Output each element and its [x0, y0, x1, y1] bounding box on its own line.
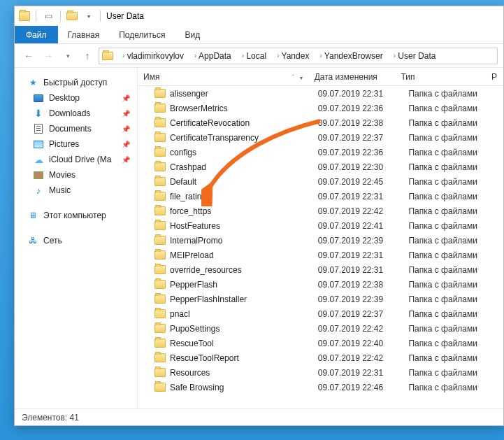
column-header-date[interactable]: Дата изменения [309, 68, 396, 85]
file-date: 09.07.2019 22:36 [318, 148, 409, 157]
breadcrumb-segment[interactable]: › vladimirkovylov [115, 48, 187, 64]
sidebar-network[interactable]: 🖧 Сеть [15, 233, 137, 248]
folder-row[interactable]: RescueToolReport09.07.2019 22:42Папка с … [138, 350, 503, 365]
folder-icon [154, 148, 166, 157]
pin-icon: 📌 [122, 94, 130, 102]
file-name: RescueTool [170, 339, 214, 348]
sidebar-this-pc[interactable]: 🖥 Этот компьютер [15, 208, 137, 223]
qat-dropdown-icon[interactable] [82, 10, 94, 22]
folder-icon [154, 280, 166, 289]
nav-back-button[interactable]: ← [20, 48, 37, 64]
column-dropdown-icon[interactable] [294, 72, 303, 82]
menu-tab[interactable]: Поделиться [109, 26, 175, 43]
sidebar-item[interactable]: ♪Music [15, 183, 137, 198]
column-header-type[interactable]: Тип [396, 68, 486, 85]
file-name: HostFeatures [170, 221, 220, 231]
file-name: InternalPromo [170, 236, 222, 246]
breadcrumb-segment[interactable]: › YandexBrowser [312, 48, 385, 64]
file-type: Папка с файлами [408, 192, 503, 201]
file-type: Папка с файлами [408, 221, 503, 231]
sidebar-item[interactable]: Movies [15, 167, 137, 183]
sort-asc-icon: ˆ [236, 73, 294, 80]
folder-row[interactable]: Default09.07.2019 22:45Папка с файлами [138, 174, 503, 189]
folder-row[interactable]: file_rating09.07.2019 22:31Папка с файла… [138, 189, 503, 204]
folder-row[interactable]: HostFeatures09.07.2019 22:41Папка с файл… [138, 218, 503, 233]
file-date: 09.07.2019 22:31 [318, 368, 409, 378]
file-date: 09.07.2019 22:39 [318, 236, 409, 246]
column-label: Р [491, 72, 497, 82]
picture-icon [33, 139, 44, 150]
file-list[interactable]: alissenger09.07.2019 22:31Папка с файлам… [138, 86, 503, 409]
file-type: Папка с файлами [408, 309, 503, 319]
file-name: configs [170, 148, 196, 157]
nav-up-button[interactable]: ↑ [79, 48, 96, 64]
folder-row[interactable]: Crashpad09.07.2019 22:30Папка с файлами [138, 159, 503, 174]
explorer-body: ★ Быстрый доступ Desktop📌⬇Downloads📌Docu… [15, 68, 503, 409]
qat-properties-icon[interactable]: ▭ [42, 10, 55, 22]
folder-row[interactable]: Resources09.07.2019 22:31Папка с файлами [138, 365, 503, 380]
folder-row[interactable]: CertificateRevocation09.07.2019 22:38Пап… [138, 115, 503, 130]
file-date: 09.07.2019 22:42 [318, 206, 409, 216]
folder-row[interactable]: MEIPreload09.07.2019 22:31Папка с файлам… [138, 248, 503, 262]
file-date: 09.07.2019 22:38 [318, 118, 409, 128]
breadcrumb-segment[interactable]: › User Data [386, 48, 439, 64]
nav-forward-button[interactable]: → [40, 48, 57, 64]
sidebar-label: Этот компьютер [43, 211, 106, 220]
sidebar-item[interactable]: ⬇Downloads📌 [15, 106, 137, 121]
folder-row[interactable]: PepperFlashInstaller09.07.2019 22:39Папк… [138, 292, 503, 306]
sidebar-label: Сеть [43, 236, 62, 246]
qat-open-icon[interactable] [66, 12, 78, 20]
address-bar[interactable]: › vladimirkovylov› AppData› Local› Yande… [99, 48, 498, 64]
file-type: Папка с файлами [408, 353, 503, 363]
column-header-name[interactable]: Имя ˆ [138, 68, 309, 85]
sidebar-item[interactable]: Documents📌 [15, 121, 137, 136]
folder-row[interactable]: CertificateTransparency09.07.2019 22:37П… [138, 130, 503, 145]
file-name: file_rating [170, 192, 206, 201]
sidebar-item[interactable]: ☁iCloud Drive (Ma📌 [15, 152, 137, 167]
explorer-window: ▭ User Data Файл ГлавнаяПоделитьсяВид ← … [14, 6, 504, 426]
folder-row[interactable]: RescueTool09.07.2019 22:40Папка с файлам… [138, 336, 503, 350]
folder-icon [154, 192, 166, 201]
folder-row[interactable]: InternalPromo09.07.2019 22:39Папка с фай… [138, 233, 503, 248]
status-label: Элементов: [22, 413, 67, 423]
folder-row[interactable]: BrowserMetrics09.07.2019 22:36Папка с фа… [138, 101, 503, 115]
sidebar-item-label: Documents [49, 124, 92, 134]
file-type: Папка с файлами [408, 89, 503, 99]
folder-row[interactable]: override_resources09.07.2019 22:31Папка … [138, 262, 503, 277]
folder-row[interactable]: force_https09.07.2019 22:42Папка с файла… [138, 204, 503, 218]
folder-icon [154, 206, 166, 215]
folder-icon [154, 118, 166, 127]
folder-icon [154, 250, 166, 260]
window-title: User Data [106, 11, 144, 21]
folder-row[interactable]: configs09.07.2019 22:36Папка с файлами [138, 145, 503, 159]
sidebar-item[interactable]: Desktop📌 [15, 90, 137, 106]
file-type: Папка с файлами [408, 236, 503, 246]
sidebar-item[interactable]: Pictures📌 [15, 136, 137, 152]
folder-icon [154, 324, 166, 333]
breadcrumb-segment[interactable]: › Local [234, 48, 269, 64]
menu-tab[interactable]: Вид [175, 26, 210, 43]
folder-row[interactable]: Safe Browsing09.07.2019 22:46Папка с фай… [138, 380, 503, 395]
breadcrumb-segment[interactable]: › Yandex [269, 48, 312, 64]
file-name: Crashpad [170, 162, 206, 172]
pin-icon: 📌 [122, 156, 130, 164]
folder-row[interactable]: PepperFlash09.07.2019 22:38Папка с файла… [138, 277, 503, 292]
file-name: force_https [170, 206, 211, 216]
menu-tab[interactable]: Главная [58, 26, 110, 43]
file-name: CertificateRevocation [170, 118, 250, 128]
window-folder-icon [19, 11, 30, 21]
breadcrumb-segment[interactable]: › AppData [187, 48, 234, 64]
folder-row[interactable]: alissenger09.07.2019 22:31Папка с файлам… [138, 86, 503, 101]
folder-row[interactable]: PupoSettings09.07.2019 22:42Папка с файл… [138, 321, 503, 336]
file-date: 09.07.2019 22:39 [318, 294, 409, 304]
nav-recent-dropdown[interactable]: ▾ [59, 48, 76, 64]
sidebar-quick-access[interactable]: ★ Быстрый доступ [15, 75, 137, 90]
column-header-size[interactable]: Р [486, 68, 503, 85]
menu-file[interactable]: Файл [15, 26, 58, 43]
pin-icon: 📌 [122, 110, 130, 118]
file-type: Папка с файлами [408, 148, 503, 157]
folder-icon [154, 294, 166, 304]
file-type: Папка с файлами [408, 265, 503, 275]
file-date: 09.07.2019 22:45 [318, 177, 409, 187]
folder-row[interactable]: pnacl09.07.2019 22:37Папка с файлами [138, 306, 503, 321]
